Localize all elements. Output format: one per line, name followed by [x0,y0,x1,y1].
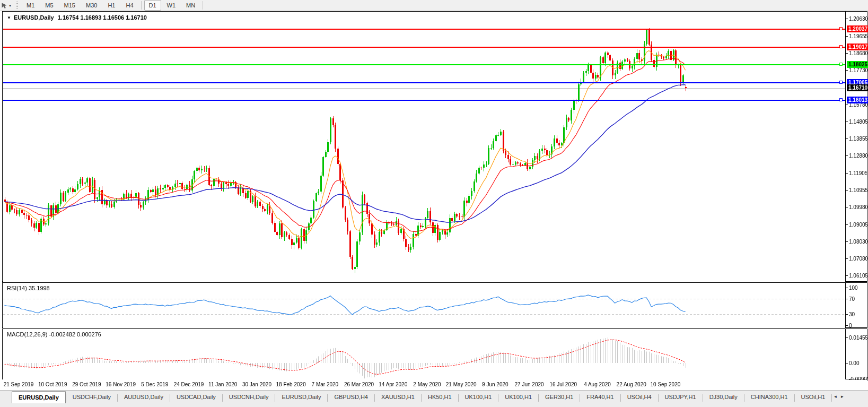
timeframe-button-mn[interactable]: MN [181,0,200,11]
price-axis-label: 1.09980 [849,204,868,211]
hline-price-badge: 1.19017 [847,44,868,50]
hline-price-badge: 1.16013 [847,97,868,103]
chart-tab-fra40-h1[interactable]: FRA40,H1 [580,392,620,403]
price-axis-tick-mark [846,224,848,225]
macd-indicator-panel: MACD(12,26,9) -0.002482 0.000276 0.01455… [2,328,867,379]
toolbar-grip-handle[interactable] [16,2,18,9]
chart-tab-usoil-h4[interactable]: USOil,H4 [621,392,658,403]
rsi-axis-separator [845,283,846,327]
rsi-canvas[interactable] [3,283,845,328]
timeframe-button-group: M1M5M15M30H1H4D1W1MN [21,0,205,11]
hline-handle[interactable] [839,45,843,48]
price-axis-label: 1.18680 [849,50,868,57]
rsi-value: 35.1998 [29,285,50,291]
price-axis-label: 1.09005 [849,221,868,228]
macd-axis-tick-mark [846,337,848,338]
toolbar-separator [141,1,142,10]
hline-handle[interactable] [839,27,843,30]
hline-price-badge: 1.20037 [847,25,868,32]
cursor-tool-button[interactable]: ▾ [0,0,13,11]
rsi-axis-tick-mark [846,288,848,288]
price-axis-label: 1.12880 [849,152,868,159]
price-axis-label: 1.13855 [849,135,868,142]
price-axis-tick-mark [846,122,848,122]
price-chart-canvas[interactable] [3,12,845,282]
dropdown-caret-icon[interactable]: ▾ [9,3,11,8]
chart-tab-eurusd-daily[interactable]: EURUSD,Daily [12,391,66,403]
price-axis-label: 1.10955 [849,187,868,194]
macd-axis-tick-mark [846,363,848,363]
macd-name: MACD(12,26,9) [7,331,47,337]
timeframe-button-m15[interactable]: M15 [59,0,80,11]
price-axis-tick-mark [846,70,848,71]
price-axis-label: 1.11905 [849,170,867,177]
chart-tab-uk100-h1[interactable]: UK100,H1 [498,392,538,403]
date-axis-label: 10 Sep 2020 [643,382,688,387]
price-axis-label: 1.19655 [849,33,868,40]
hline-handle[interactable] [839,63,843,66]
hline-handle[interactable] [839,81,843,84]
macd-axis-separator [845,329,846,379]
timeframe-button-d1[interactable]: D1 [144,0,161,11]
rsi-axis-tick-mark [846,325,848,326]
price-axis-tick-mark [846,138,848,139]
price-axis-tick-mark [846,105,848,105]
macd-canvas[interactable] [3,330,845,379]
chart-title: ▼EURUSD,Daily1.16754 1.16893 1.16506 1.1… [7,14,147,21]
timeframe-button-w1[interactable]: W1 [162,0,181,11]
chart-tab-uk100-h1[interactable]: UK100,H1 [459,392,498,403]
chart-tab-bar: EURUSD,DailyUSDCHF,DailyAUDUSD,DailyUSDC… [0,390,868,407]
price-axis-tick-mark [846,155,848,156]
price-axis-separator [845,12,846,281]
price-axis-tick-mark [846,53,848,54]
rsi-indicator-panel: RSI(14) 35.1998 10070300 [2,282,867,328]
chart-tab-xauusd-h1[interactable]: XAUUSD,H1 [375,392,421,403]
price-axis-label: 1.07080 [849,255,868,262]
timeframe-button-m5[interactable]: M5 [40,0,58,11]
chart-tab-usoil-h1[interactable]: USOil,H1 [795,392,832,403]
macd-values: -0.002482 0.000276 [49,331,101,337]
macd-axis-label: 0.00 [849,360,859,367]
price-axis-label: 1.08030 [849,238,868,245]
trading-platform-window: ▾ M1M5M15M30H1H4D1W1MN ▼EURUSD,Daily1.16… [0,0,868,407]
current-price-badge: 1.16710 [847,84,868,91]
chart-tab-gbpusd-h4[interactable]: GBPUSD,H4 [328,392,374,403]
price-axis-tick-mark [846,19,848,19]
rsi-axis-label: 100 [849,284,858,291]
hline-handle[interactable] [839,98,843,101]
timeframe-toolbar: ▾ M1M5M15M30H1H4D1W1MN [0,0,868,11]
timeframe-button-m30[interactable]: M30 [81,0,102,11]
macd-axis-tick-mark [846,379,848,379]
price-axis-tick-mark [846,173,848,174]
price-axis-tick-mark [846,275,848,276]
chart-tab-usdcnh-daily[interactable]: USDCNH,Daily [223,392,275,403]
rsi-axis-tick-mark [846,314,848,315]
chart-tab-eurusd-daily[interactable]: EURUSD,Daily [275,392,327,403]
rsi-label: RSI(14) 35.1998 [7,285,50,291]
macd-label: MACD(12,26,9) -0.002482 0.000276 [7,331,101,337]
chart-tab-china300-h1[interactable]: CHINA300,H1 [744,392,794,403]
chart-tab-ger30-h1[interactable]: GER30,H1 [539,392,580,403]
price-axis-tick-mark [846,207,848,207]
chart-tab-usdjpy-h1[interactable]: USDJPY,H1 [659,392,703,403]
timeframe-button-m1[interactable]: M1 [22,0,39,11]
chart-tab-usdcad-daily[interactable]: USDCAD,Daily [170,392,222,403]
price-axis-tick-mark [846,190,848,190]
price-axis-tick-mark [846,36,848,37]
timeframe-button-h4[interactable]: H4 [121,0,138,11]
tab-scroll-right-button[interactable]: ▸ [839,391,846,399]
price-axis-label: 1.20630 [849,15,868,22]
rsi-name: RSI(14) [7,285,27,291]
price-axis-label: 1.06105 [849,272,868,279]
timeframe-button-h1[interactable]: H1 [103,0,120,11]
chart-tab-hk50-h1[interactable]: HK50,H1 [422,392,458,403]
chart-tab-usdchf-daily[interactable]: USDCHF,Daily [66,392,117,403]
chart-tab-audusd-daily[interactable]: AUDUSD,Daily [118,392,170,403]
chart-ohlc-values: 1.16754 1.16893 1.16506 1.16710 [58,14,147,21]
rsi-axis-tick-mark [846,299,848,299]
tab-scroll-left-button[interactable]: ◂ [832,391,839,399]
price-axis-label: 1.14805 [849,118,868,125]
collapse-triangle-icon[interactable]: ▼ [7,15,11,20]
cursor-tool-icon [1,2,8,9]
chart-tab-dj30-daily[interactable]: DJ30,Daily [703,392,744,403]
